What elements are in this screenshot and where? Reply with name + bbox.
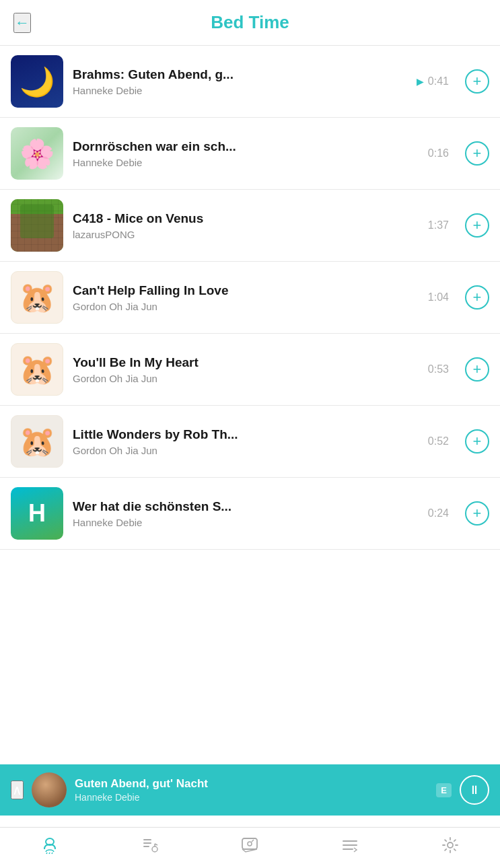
svg-point-7	[152, 846, 157, 852]
track-title: Little Wonders by Rob Th...	[73, 427, 419, 442]
svg-point-11	[248, 842, 252, 846]
track-thumbnail: 🐹	[11, 415, 63, 468]
page-title: Bed Time	[211, 12, 289, 33]
track-artist: Gordon Oh Jia Jun	[73, 445, 419, 456]
track-duration: 0:16	[428, 147, 449, 159]
track-info: Wer hat die schönsten S... Hanneke Debie	[73, 499, 419, 528]
add-track-button[interactable]: +	[465, 429, 489, 454]
bottom-navigation	[0, 827, 500, 868]
track-thumbnail: 🐹	[11, 271, 63, 324]
svg-line-12	[252, 840, 254, 842]
nav-item-playlist[interactable]	[141, 836, 159, 855]
back-button[interactable]: ←	[13, 13, 31, 33]
add-track-button[interactable]: +	[465, 213, 489, 238]
nav-item-request[interactable]	[240, 836, 259, 855]
track-info: Little Wonders by Rob Th... Gordon Oh Ji…	[73, 427, 419, 456]
svg-rect-5	[143, 842, 151, 844]
track-item: H Wer hat die schönsten S... Hanneke Deb…	[0, 478, 500, 550]
track-thumbnail: 🌙	[11, 55, 63, 108]
playlist-icon	[141, 836, 159, 855]
track-item: C418 - Mice on Venus lazarusPONG 1:37 +	[0, 190, 500, 262]
track-artist: Hanneke Debie	[73, 157, 419, 168]
track-artist: Hanneke Debie	[73, 85, 407, 96]
track-item: 🐹 Can't Help Falling In Love Gordon Oh J…	[0, 262, 500, 334]
request-icon	[240, 836, 259, 855]
nav-item-queue[interactable]	[341, 836, 359, 855]
track-info: C418 - Mice on Venus lazarusPONG	[73, 211, 419, 240]
track-duration: 1:37	[428, 219, 449, 231]
play-indicator: ▶	[417, 76, 424, 87]
track-thumbnail: 🌸	[11, 127, 63, 180]
queue-icon	[341, 836, 359, 855]
track-info: Can't Help Falling In Love Gordon Oh Jia…	[73, 283, 419, 312]
track-title: Brahms: Guten Abend, g...	[73, 67, 407, 82]
track-list: 🌙 Brahms: Guten Abend, g... Hanneke Debi…	[0, 46, 500, 550]
track-title: You'll Be In My Heart	[73, 355, 419, 370]
track-duration: 0:53	[428, 363, 449, 375]
track-artist: Gordon Oh Jia Jun	[73, 373, 419, 384]
track-duration: 0:24	[428, 507, 449, 519]
track-title: Wer hat die schönsten S...	[73, 499, 419, 514]
now-playing-badge: E	[436, 783, 452, 797]
track-item: 🐹 Little Wonders by Rob Th... Gordon Oh …	[0, 406, 500, 478]
track-info: You'll Be In My Heart Gordon Oh Jia Jun	[73, 355, 419, 384]
track-artist: Gordon Oh Jia Jun	[73, 301, 419, 312]
now-playing-info: Guten Abend, gut' Nacht Hanneke Debie	[75, 777, 428, 803]
svg-line-3	[52, 853, 52, 854]
settings-icon	[441, 836, 460, 855]
avatar	[32, 772, 67, 807]
track-thumbnail: H	[11, 487, 63, 540]
track-thumbnail: 🐹	[11, 343, 63, 396]
now-playing-bar[interactable]: ∧ Guten Abend, gut' Nacht Hanneke Debie …	[0, 764, 500, 816]
track-duration: ▶ 0:41	[417, 75, 449, 87]
track-item: 🌸 Dornröschen war ein sch... Hanneke Deb…	[0, 118, 500, 190]
add-track-button[interactable]: +	[465, 357, 489, 382]
track-artist: Hanneke Debie	[73, 517, 419, 528]
avatar-image	[32, 772, 67, 807]
nav-item-home[interactable]	[40, 836, 59, 855]
home-icon	[40, 836, 59, 855]
track-title: C418 - Mice on Venus	[73, 211, 419, 226]
track-thumbnail	[11, 199, 63, 252]
add-track-button[interactable]: +	[465, 141, 489, 166]
now-playing-expand-button[interactable]: ∧	[11, 781, 24, 799]
svg-line-2	[49, 853, 50, 854]
now-playing-title: Guten Abend, gut' Nacht	[75, 777, 428, 791]
track-title: Can't Help Falling In Love	[73, 283, 419, 298]
track-item: 🐹 You'll Be In My Heart Gordon Oh Jia Ju…	[0, 334, 500, 406]
add-track-button[interactable]: +	[465, 501, 489, 526]
track-info: Brahms: Guten Abend, g... Hanneke Debie	[73, 67, 407, 96]
svg-point-16	[448, 842, 453, 848]
header: ← Bed Time	[0, 0, 500, 46]
nav-item-settings[interactable]	[441, 836, 460, 855]
now-playing-artist: Hanneke Debie	[75, 792, 428, 803]
svg-rect-6	[143, 846, 149, 847]
svg-rect-10	[242, 838, 257, 849]
track-info: Dornröschen war ein sch... Hanneke Debie	[73, 139, 419, 168]
pause-button[interactable]: ⏸	[460, 775, 489, 805]
svg-line-1	[46, 853, 47, 854]
track-title: Dornröschen war ein sch...	[73, 139, 419, 154]
track-duration: 1:04	[428, 291, 449, 303]
svg-rect-4	[143, 839, 151, 840]
track-duration: 0:52	[428, 435, 449, 447]
add-track-button[interactable]: +	[465, 69, 489, 94]
track-item: 🌙 Brahms: Guten Abend, g... Hanneke Debi…	[0, 46, 500, 118]
track-artist: lazarusPONG	[73, 229, 419, 240]
add-track-button[interactable]: +	[465, 285, 489, 310]
